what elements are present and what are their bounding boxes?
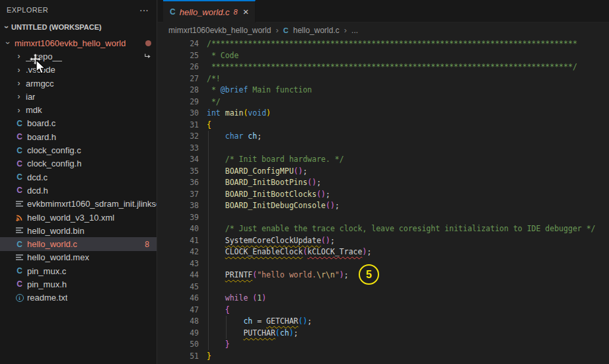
code-line-41[interactable]: 41 SystemCoreClockUpdate();	[158, 235, 609, 247]
tree-item-armgcc[interactable]: armgcc	[0, 77, 157, 90]
tree-item-label: board.c	[27, 118, 55, 128]
workspace-row[interactable]: UNTITLED (WORKSPACE)	[0, 20, 157, 34]
code-line-29[interactable]: 29 */	[158, 96, 609, 108]
line-number: 25	[158, 50, 199, 62]
chevron-right-icon	[14, 52, 24, 61]
info-file-icon: i	[14, 294, 25, 302]
h-file-icon: C	[14, 279, 25, 289]
line-number: 48	[158, 316, 199, 328]
code-line-34[interactable]: 34 /* Init board hardware. */	[158, 154, 609, 166]
problems-count-badge: 8	[145, 240, 149, 249]
code-line-44[interactable]: 44 PRINTF("hello world.\r\n");	[158, 270, 609, 281]
line-number: 40	[158, 223, 199, 235]
error-dot	[145, 40, 151, 46]
generic-file-icon	[14, 253, 25, 262]
line-number: 43	[158, 258, 199, 270]
close-icon[interactable]: ×	[243, 7, 249, 17]
generic-file-icon	[14, 200, 25, 209]
breadcrumb-symbol[interactable]: ...	[351, 26, 358, 35]
code-line-38[interactable]: 38 BOARD_InitDebugConsole();	[158, 200, 609, 212]
tree-item-mimxrt1060evkb_hello_world[interactable]: mimxrt1060evkb_hello_world	[0, 36, 157, 50]
tree-item-__repo__[interactable]: __repo__	[0, 50, 157, 63]
tree-item-clock_config.h[interactable]: Cclock_config.h	[0, 157, 157, 170]
tree-item-dcd.c[interactable]: Cdcd.c	[0, 170, 157, 184]
code-line-27[interactable]: 27/*!	[158, 73, 609, 85]
line-content: BOARD_InitDebugConsole();	[207, 200, 340, 212]
tree-item-hello_world.mex[interactable]: hello_world.mex	[0, 251, 157, 264]
breadcrumb-file[interactable]: hello_world.c	[293, 26, 340, 35]
line-content: int main(void)	[207, 108, 271, 120]
chevron-right-icon	[14, 79, 24, 88]
code-line-50[interactable]: 50 }	[158, 339, 609, 351]
line-number: 32	[158, 131, 199, 143]
c-file-icon: C	[14, 146, 25, 155]
breadcrumb-folder[interactable]: mimxrt1060evkb_hello_world	[168, 26, 271, 35]
tree-item-hello_world_v3_10.xml[interactable]: hello_world_v3_10.xml	[0, 211, 157, 224]
tree-item-pin_mux.c[interactable]: Cpin_mux.c	[0, 264, 157, 277]
line-content: /* Just enable the trace clock, leave co…	[207, 223, 596, 235]
h-file-icon: C	[14, 186, 25, 195]
code-line-35[interactable]: 35 BOARD_ConfigMPU();	[158, 166, 609, 178]
code-line-36[interactable]: 36 BOARD_InitBootPins();	[158, 177, 609, 189]
more-actions-icon[interactable]: ···	[139, 7, 149, 13]
tree-item-.vscode[interactable]: .vscode	[0, 63, 157, 77]
chevron-right-icon	[14, 65, 24, 75]
line-content: {	[207, 120, 211, 131]
code-line-37[interactable]: 37 BOARD_InitBootClocks();	[158, 189, 609, 201]
tree-item-label: clock_config.c	[27, 145, 81, 155]
line-number: 28	[158, 85, 199, 96]
tree-item-readme.txt[interactable]: ireadme.txt	[0, 291, 157, 305]
tree-item-mdk[interactable]: mdk	[0, 103, 157, 116]
tab-hello-world-c[interactable]: C hello_world.c 8 ×	[163, 0, 256, 22]
code-line-28[interactable]: 28 * @brief Main function	[158, 85, 609, 96]
code-line-25[interactable]: 25 * Code	[158, 50, 609, 62]
tree-item-evkbmimxrt1060_sdram_init.jlinkscript[interactable]: evkbmimxrt1060_sdram_init.jlinkscript	[0, 198, 157, 211]
code-line-51[interactable]: 51}	[158, 351, 609, 363]
tab-bar: C hello_world.c 8 ×	[158, 0, 609, 22]
code-editor[interactable]: 24/*************************************…	[158, 38, 609, 364]
indent-guide	[226, 316, 227, 339]
code-line-47[interactable]: 47 {	[158, 305, 609, 316]
code-line-30[interactable]: 30int main(void)	[158, 108, 609, 120]
code-line-40[interactable]: 40 /* Just enable the trace clock, leave…	[158, 223, 609, 235]
line-content: CLOCK_EnableClock(kCLOCK_Trace);	[207, 246, 371, 258]
line-content: /* Init board hardware. */	[207, 154, 344, 166]
line-content: ch = GETCHAR();	[207, 316, 312, 328]
tree-item-board.h[interactable]: Cboard.h	[0, 130, 157, 143]
code-line-24[interactable]: 24/*************************************…	[158, 38, 609, 50]
annotation-step-badge: 5	[359, 264, 379, 285]
tree-item-label: hello_world_v3_10.xml	[27, 213, 114, 223]
code-line-43[interactable]: 43	[158, 258, 609, 270]
line-number: 47	[158, 305, 199, 316]
code-line-39[interactable]: 39	[158, 212, 609, 224]
code-line-31[interactable]: 31{	[158, 120, 609, 131]
line-content: * Code	[207, 50, 238, 62]
tree-item-pin_mux.h[interactable]: Cpin_mux.h	[0, 277, 157, 291]
tree-item-hello_world.bin[interactable]: hello_world.bin	[0, 224, 157, 237]
code-line-33[interactable]: 33	[158, 143, 609, 155]
tree-item-label: pin_mux.h	[27, 279, 67, 289]
code-line-46[interactable]: 46 while (1)	[158, 293, 609, 305]
line-number: 33	[158, 143, 199, 155]
tree-item-clock_config.c[interactable]: Cclock_config.c	[0, 143, 157, 157]
tab-problems-badge: 8	[234, 8, 238, 16]
tree-item-iar[interactable]: iar	[0, 90, 157, 103]
line-number: 35	[158, 166, 199, 178]
mouse-cursor	[29, 53, 52, 78]
line-number: 24	[158, 38, 199, 50]
file-tree: mimxrt1060evkb_hello_world__repo__.vscod…	[0, 36, 157, 305]
code-line-42[interactable]: 42 CLOCK_EnableClock(kCLOCK_Trace);	[158, 246, 609, 258]
line-number: 34	[158, 154, 199, 166]
breadcrumb: mimxrt1060evkb_hello_world › C hello_wor…	[158, 22, 609, 38]
xml-file-icon	[14, 213, 25, 222]
chevron-down-icon	[3, 38, 13, 48]
code-line-26[interactable]: 26 *************************************…	[158, 61, 609, 73]
line-number: 42	[158, 246, 199, 258]
code-line-45[interactable]: 45	[158, 281, 609, 293]
line-number: 45	[158, 281, 199, 293]
tree-item-dcd.h[interactable]: Cdcd.h	[0, 184, 157, 197]
tree-item-hello_world.c[interactable]: Chello_world.c8	[0, 237, 157, 250]
tree-item-board.c[interactable]: Cboard.c	[0, 117, 157, 130]
code-line-32[interactable]: 32 char ch;	[158, 131, 609, 143]
line-content: SystemCoreClockUpdate();	[207, 235, 335, 247]
